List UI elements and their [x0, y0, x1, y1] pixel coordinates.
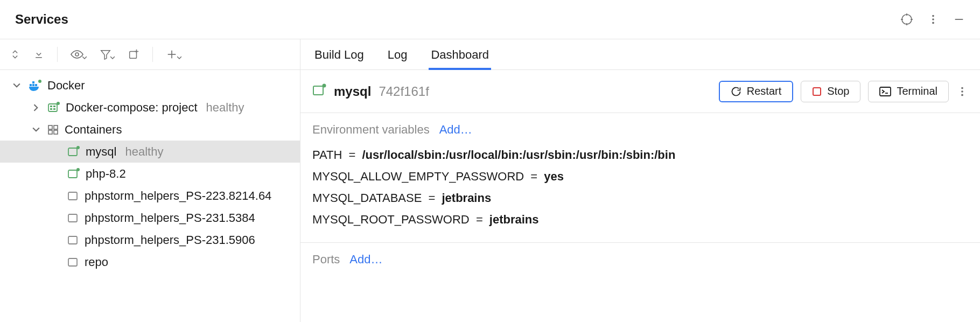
svg-rect-12 — [130, 52, 137, 59]
view-mode-icon[interactable] — [71, 48, 87, 61]
title-bar: Services — [0, 0, 980, 39]
env-value: /usr/local/sbin:/usr/local/bin:/usr/sbin… — [362, 148, 676, 162]
services-toolbar — [0, 39, 300, 70]
tab-log[interactable]: Log — [386, 40, 410, 69]
svg-point-7 — [932, 22, 934, 24]
ports-section: Ports Add… — [300, 242, 980, 272]
chevron-down-icon[interactable] — [13, 82, 23, 89]
env-row: PATH = /usr/local/sbin:/usr/local/bin:/u… — [312, 144, 968, 166]
target-icon[interactable] — [900, 13, 913, 26]
svg-point-46 — [961, 90, 963, 93]
docker-icon — [28, 80, 42, 92]
tree-node-compose[interactable]: Docker-compose: project healthy — [0, 96, 300, 118]
container-stopped-icon — [67, 191, 79, 201]
tree-node-container-mysql[interactable]: mysql healthy — [0, 141, 300, 163]
compose-icon — [47, 102, 60, 114]
add-service-icon[interactable] — [166, 48, 181, 60]
tree-label: Docker-compose: project — [66, 101, 198, 115]
svg-rect-42 — [813, 88, 821, 95]
env-add-link[interactable]: Add… — [439, 123, 472, 137]
env-heading: Environment variables — [312, 123, 430, 137]
svg-rect-25 — [50, 108, 52, 110]
svg-rect-43 — [880, 87, 891, 96]
restart-button[interactable]: Restart — [719, 81, 793, 102]
svg-point-47 — [961, 94, 963, 96]
svg-rect-17 — [30, 84, 32, 86]
button-label: Restart — [747, 85, 781, 97]
stop-icon — [812, 87, 822, 96]
button-label: Terminal — [897, 85, 937, 97]
svg-point-10 — [75, 53, 79, 56]
ports-add-link[interactable]: Add… — [349, 253, 382, 267]
svg-rect-19 — [35, 84, 37, 86]
services-tree: Docker Docker-compose: project healthy — [0, 70, 300, 273]
more-icon[interactable] — [927, 13, 939, 25]
tree-node-container[interactable]: phpstorm_helpers_PS-223.8214.64 — [0, 185, 300, 207]
tree-status: healthy — [125, 145, 163, 159]
container-header: mysql 742f161f Restart Stop — [300, 70, 980, 113]
tree-node-container[interactable]: phpstorm_helpers_PS-231.5906 — [0, 229, 300, 251]
filter-icon[interactable] — [100, 48, 115, 60]
tab-dashboard[interactable]: Dashboard — [429, 40, 491, 69]
tree-label: Containers — [65, 123, 122, 137]
detail-tabs: Build Log Log Dashboard — [300, 39, 980, 70]
tree-label: phpstorm_helpers_PS-223.8214.64 — [85, 189, 271, 203]
tree-label: Docker — [47, 79, 85, 93]
svg-point-21 — [38, 80, 41, 83]
svg-rect-18 — [32, 84, 34, 86]
container-stopped-icon — [67, 213, 79, 223]
toolbar-divider — [57, 47, 58, 62]
terminal-button[interactable]: Terminal — [868, 81, 949, 102]
svg-point-27 — [57, 102, 60, 105]
more-actions-icon[interactable] — [956, 86, 968, 97]
expand-tree-icon[interactable] — [10, 49, 20, 60]
svg-rect-38 — [68, 236, 77, 244]
tree-label: php-8.2 — [86, 167, 126, 181]
env-key: MYSQL_ROOT_PASSWORD — [312, 213, 470, 226]
svg-point-33 — [76, 146, 80, 149]
containers-group-icon — [47, 124, 59, 135]
container-running-icon — [312, 83, 326, 100]
restart-icon — [731, 86, 741, 97]
tree-node-container[interactable]: phpstorm_helpers_PS-231.5384 — [0, 207, 300, 229]
chevron-down-icon[interactable] — [32, 126, 42, 134]
container-name: mysql — [334, 84, 371, 99]
tree-node-container[interactable]: repo — [0, 251, 300, 273]
env-key: PATH — [312, 148, 342, 162]
chevron-right-icon[interactable] — [32, 104, 42, 111]
container-hash: 742f161f — [379, 84, 429, 99]
env-row: MYSQL_ALLOW_EMPTY_PASSWORD = yes — [312, 166, 968, 187]
collapse-tree-icon[interactable] — [33, 49, 44, 60]
svg-rect-28 — [48, 125, 52, 129]
open-new-tab-icon[interactable] — [128, 48, 139, 60]
svg-rect-39 — [68, 258, 77, 266]
svg-point-35 — [76, 168, 80, 171]
tree-label: phpstorm_helpers_PS-231.5906 — [85, 233, 255, 247]
panel-title: Services — [15, 12, 68, 27]
right-pane: Build Log Log Dashboard mysql 742f161f R… — [300, 39, 980, 322]
svg-rect-31 — [54, 130, 58, 134]
svg-rect-36 — [68, 192, 77, 200]
env-key: MYSQL_ALLOW_EMPTY_PASSWORD — [312, 170, 524, 183]
minimize-icon[interactable] — [953, 13, 965, 25]
container-title: mysql 742f161f — [312, 83, 429, 100]
terminal-icon — [879, 87, 891, 96]
tab-build-log[interactable]: Build Log — [312, 40, 366, 69]
tree-label: mysql — [86, 145, 116, 159]
svg-rect-32 — [68, 148, 77, 156]
svg-rect-20 — [32, 81, 34, 83]
svg-point-0 — [902, 15, 912, 24]
svg-rect-22 — [48, 104, 57, 111]
ports-section-header: Ports Add… — [300, 243, 980, 272]
tree-node-containers[interactable]: Containers — [0, 118, 300, 141]
tree-node-docker[interactable]: Docker — [0, 74, 300, 96]
svg-marker-11 — [101, 51, 110, 60]
container-actions: Restart Stop Terminal — [719, 81, 968, 102]
container-stopped-icon — [67, 257, 79, 268]
env-value: yes — [544, 170, 564, 183]
svg-rect-29 — [54, 125, 58, 129]
stop-button[interactable]: Stop — [801, 81, 860, 102]
svg-rect-37 — [68, 214, 77, 222]
svg-rect-40 — [313, 86, 323, 95]
tree-node-container-php[interactable]: php-8.2 — [0, 163, 300, 185]
